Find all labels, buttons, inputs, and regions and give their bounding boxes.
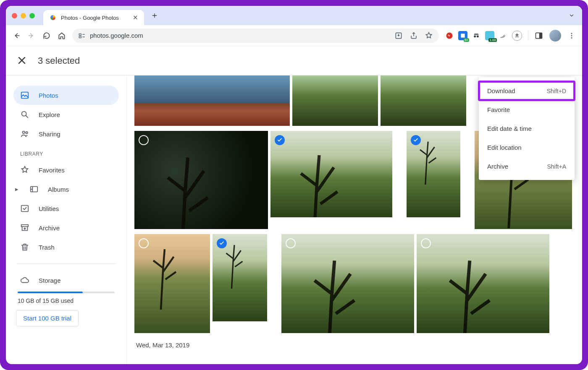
new-tab-button[interactable] [148,9,161,22]
sidebar-item-explore[interactable]: Explore [13,105,119,124]
back-button[interactable] [12,31,21,40]
extension-bird-icon[interactable] [499,31,508,40]
check-square-icon [20,204,29,213]
address-bar[interactable]: photos.google.com [72,29,439,43]
menu-label: Favorite [487,106,510,113]
browser-tab-strip: Photos - Google Photos ✕ [6,6,582,25]
photo-thumbnail[interactable] [281,234,414,333]
side-panel-icon [535,31,543,40]
sidebar-item-storage[interactable]: Storage [13,271,119,290]
svg-rect-18 [21,225,29,227]
tabs-dropdown-button[interactable] [565,9,578,22]
cloud-icon [20,276,29,285]
side-panel-button[interactable] [534,31,543,40]
photo-thumbnail[interactable] [292,76,378,126]
close-selection-button[interactable] [17,55,28,66]
close-tab-icon[interactable]: ✕ [133,14,138,21]
sidebar-item-favorites[interactable]: Favorites [13,160,119,180]
extension-badge: 1.00 [488,38,497,42]
selection-check-off-icon[interactable] [139,238,149,248]
menu-label: Edit location [487,144,522,151]
people-icon [20,129,29,138]
photo-thumbnail[interactable] [381,76,466,126]
site-info-icon[interactable] [78,32,86,39]
storage-bar [18,292,115,293]
extensions-button[interactable] [512,31,522,41]
svg-rect-17 [21,206,29,212]
arrow-left-icon [12,31,21,40]
home-button[interactable] [57,31,66,40]
svg-point-11 [571,37,572,38]
svg-point-10 [571,35,572,36]
selection-check-on-icon[interactable] [275,135,285,145]
svg-point-9 [571,33,572,34]
extension-blue-icon[interactable]: 9+ [458,31,467,40]
svg-rect-0 [79,34,81,35]
photo-thumbnail[interactable] [213,234,267,321]
extension-adblock-icon[interactable] [445,31,454,40]
profile-avatar[interactable] [549,30,561,42]
caret-icon: ▸ [15,185,20,193]
nav-label: Utilities [39,205,59,212]
extension-teal-icon[interactable]: 1.00 [485,31,494,40]
plus-icon [151,12,158,19]
sidebar-item-albums[interactable]: ▸Albums [13,180,119,199]
start-trial-button[interactable]: Start 100 GB trial [16,310,79,326]
menu-item-download[interactable]: DownloadShift+D [479,81,575,100]
nav-label: Sharing [39,130,60,138]
menu-item-edit-location[interactable]: Edit location [479,138,575,157]
star-icon [20,165,29,175]
selection-count-text: 3 selected [38,55,80,66]
window-controls [12,13,35,18]
svg-point-6 [477,35,479,37]
chevron-down-icon [569,13,575,18]
photo-thumbnail[interactable] [417,234,549,333]
selection-check-on-icon[interactable] [217,238,227,248]
share-icon[interactable] [410,31,418,40]
browser-tab[interactable]: Photos - Google Photos ✕ [43,10,144,25]
nav-label: Favorites [39,167,65,174]
photo-thumbnail[interactable] [270,131,392,217]
nav-label: Archive [39,224,60,232]
photo-thumbnail[interactable] [134,131,268,229]
svg-point-14 [23,131,25,134]
install-app-icon[interactable] [394,31,403,40]
sidebar-item-photos[interactable]: Photos [13,86,119,105]
url-text: photos.google.com [90,32,390,39]
close-icon [17,55,27,65]
selection-check-off-icon[interactable] [139,135,149,145]
svg-point-15 [26,132,28,134]
extension-incognito-icon[interactable] [472,31,481,40]
selection-check-off-icon[interactable] [286,238,296,248]
overflow-menu: DownloadShift+DFavoriteEdit date & timeE… [479,77,575,180]
sidebar-item-utilities[interactable]: Utilities [13,199,119,218]
library-header: LIBRARY [20,151,112,157]
menu-item-archive[interactable]: ArchiveShift+A [479,157,575,176]
photo-thumbnail[interactable] [134,76,290,126]
reload-button[interactable] [42,31,51,40]
chrome-menu-button[interactable] [567,31,576,40]
menu-item-edit-date-time[interactable]: Edit date & time [479,119,575,138]
photo-thumbnail[interactable] [407,131,460,217]
sidebar-item-trash[interactable]: Trash [13,237,119,257]
selection-check-on-icon[interactable] [411,135,421,145]
svg-rect-8 [540,33,542,38]
selection-check-off-icon[interactable] [421,238,431,248]
google-photos-favicon-icon [49,14,57,21]
sidebar-item-archive[interactable]: Archive [13,218,119,237]
menu-label: Archive [487,163,508,170]
menu-shortcut: Shift+A [547,163,566,170]
minimize-window-icon[interactable] [21,13,26,18]
photo-thumbnail[interactable] [134,234,210,333]
maximize-window-icon[interactable] [29,13,35,18]
menu-item-favorite[interactable]: Favorite [479,100,575,119]
selection-bar: 3 selected [6,46,582,76]
close-window-icon[interactable] [12,13,17,18]
bookmark-star-icon[interactable] [425,31,433,40]
forward-button[interactable] [27,31,36,40]
storage-label: Storage [39,277,61,284]
svg-point-5 [474,35,476,37]
svg-point-13 [22,112,26,116]
nav-label: Explore [39,111,60,118]
sidebar-item-sharing[interactable]: Sharing [13,124,119,143]
